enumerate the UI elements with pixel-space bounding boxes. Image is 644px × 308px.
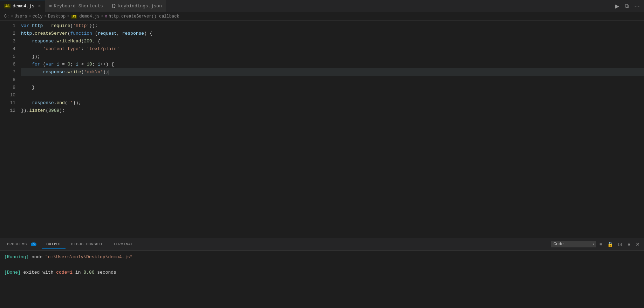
- panel-tab-debug-console-label: DEBUG CONSOLE: [71, 242, 103, 246]
- line-number-9: 9: [0, 84, 15, 91]
- code-line-12: }).listen(8989);: [21, 107, 644, 115]
- panel-toggle-list-icon[interactable]: ≡: [598, 241, 604, 248]
- panel-tab-terminal-label: TERMINAL: [113, 242, 133, 246]
- line-number-6: 6: [0, 61, 15, 68]
- line-number-12: 12: [0, 107, 15, 115]
- run-button[interactable]: ▶: [614, 2, 621, 10]
- panel-actions: Code Extension Host ▾ ≡ 🔒 ⊡ ∧ ✕: [551, 241, 641, 248]
- breadcrumb-desktop: Desktop: [48, 14, 66, 19]
- breadcrumb-coly: coly: [33, 14, 43, 19]
- breadcrumb-fn: http.createServer() callback: [109, 14, 179, 19]
- tab-demo4js[interactable]: JS demo4.js ×: [0, 0, 45, 12]
- panel-tab-problems-label: PROBLEMS: [7, 242, 27, 246]
- split-editor-button[interactable]: ⧉: [623, 2, 630, 10]
- tab-actions: ▶ ⧉ ⋯: [614, 2, 644, 10]
- more-actions-button[interactable]: ⋯: [633, 2, 641, 10]
- code-line-9: }: [21, 84, 644, 91]
- tab-keybindingsjson[interactable]: {} keybindings.json: [107, 0, 166, 12]
- line-number-2: 2: [0, 30, 15, 37]
- code-line-7: response.write('cxk\n');: [21, 68, 644, 76]
- panel-close-icon[interactable]: ✕: [634, 241, 641, 248]
- breadcrumb-users: Users: [15, 14, 27, 19]
- panel-popout-icon[interactable]: ⊡: [617, 241, 624, 248]
- problems-badge: 6: [31, 242, 37, 246]
- output-line-blank: [4, 261, 640, 269]
- code-area[interactable]: var http = require('http'}); http.create…: [18, 21, 644, 238]
- text-cursor: [109, 70, 109, 75]
- tab-keyboard-shortcuts[interactable]: ⌨ Keyboard Shortcuts: [45, 0, 107, 12]
- panel-tab-output-label: OUTPUT: [46, 242, 61, 246]
- code-line-5: });: [21, 53, 644, 61]
- code-line-11: response.end(''});: [21, 99, 644, 107]
- output-select[interactable]: Code Extension Host: [551, 241, 596, 247]
- line-number-11: 11: [0, 99, 15, 107]
- line-number-1: 1: [0, 22, 15, 30]
- breadcrumb-filename: demo4.js: [79, 14, 100, 19]
- breadcrumb-c: C:: [4, 14, 9, 19]
- code-line-3: response.writeHead(200, {: [21, 37, 644, 45]
- line-number-7: 7: [0, 68, 15, 76]
- panel-tab-problems[interactable]: PROBLEMS 6: [3, 240, 41, 248]
- line-number-8: 8: [0, 76, 15, 84]
- output-line-running: [Running] node "c:\Users\coly\Desktop\de…: [4, 253, 640, 261]
- tab-keyboard-shortcuts-label: Keyboard Shortcuts: [54, 4, 103, 9]
- code-line-2: http.createServer(function (request, res…: [21, 30, 644, 37]
- function-icon: ⚙: [105, 14, 107, 19]
- breadcrumb: C: > Users > coly > Desktop > JS demo4.j…: [0, 12, 644, 21]
- line-number-5: 5: [0, 53, 15, 61]
- line-numbers: 123456789101112: [0, 21, 18, 238]
- panel-lock-icon[interactable]: 🔒: [606, 241, 615, 248]
- panel-tab-debug-console[interactable]: DEBUG CONSOLE: [67, 240, 108, 248]
- tab-keybindingsjson-label: keybindings.json: [118, 4, 162, 9]
- code-line-6: for (var i = 0; i < 10; i++) {: [21, 61, 644, 68]
- output-select-wrap[interactable]: Code Extension Host ▾: [551, 241, 596, 247]
- tab-demo4js-close[interactable]: ×: [38, 4, 41, 9]
- editor-area: 123456789101112 var http = require('http…: [0, 21, 644, 238]
- code-line-8: [21, 76, 644, 84]
- tab-bar: JS demo4.js × ⌨ Keyboard Shortcuts {} ke…: [0, 0, 644, 12]
- breadcrumb-js: JS: [71, 14, 78, 19]
- code-line-4: 'content-type': 'text/plain': [21, 45, 644, 53]
- output-line-done: [Done] exited with code=1 in 8.06 second…: [4, 269, 640, 276]
- tab-demo4js-label: demo4.js: [13, 4, 34, 9]
- panel-tab-output[interactable]: OUTPUT: [42, 240, 66, 248]
- bottom-panel: PROBLEMS 6 OUTPUT DEBUG CONSOLE TERMINAL…: [0, 238, 644, 308]
- code-line-10: [21, 91, 644, 99]
- line-number-10: 10: [0, 91, 15, 99]
- line-number-3: 3: [0, 37, 15, 45]
- code-line-1: var http = require('http'});: [21, 22, 644, 30]
- line-number-4: 4: [0, 45, 15, 53]
- panel-tab-terminal[interactable]: TERMINAL: [109, 240, 137, 248]
- json-icon: {}: [111, 4, 116, 8]
- kb-icon: ⌨: [49, 4, 52, 8]
- panel-tabs: PROBLEMS 6 OUTPUT DEBUG CONSOLE TERMINAL…: [0, 238, 644, 251]
- panel-content: [Running] node "c:\Users\coly\Desktop\de…: [0, 251, 644, 308]
- panel-maximize-icon[interactable]: ∧: [626, 241, 632, 248]
- js-icon: JS: [4, 4, 11, 8]
